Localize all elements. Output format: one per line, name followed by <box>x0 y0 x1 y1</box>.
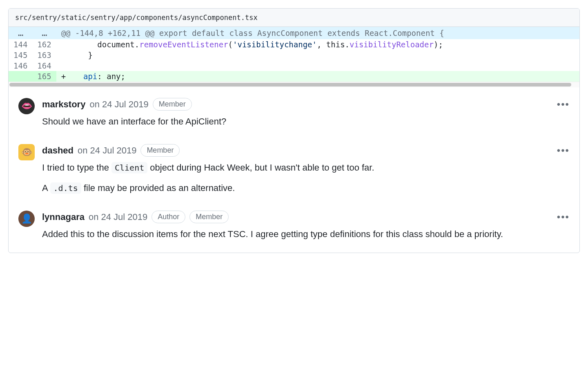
new-line-number[interactable]: 164 <box>32 60 56 71</box>
scrollbar-thumb[interactable] <box>9 83 571 87</box>
old-line-number[interactable]: 146 <box>9 60 32 71</box>
avatar[interactable]: 🐵 <box>18 144 35 160</box>
new-line-number[interactable]: 165 <box>32 71 56 82</box>
horizontal-scrollbar[interactable] <box>9 82 579 87</box>
code-line[interactable]: + api: any; <box>56 71 579 82</box>
comment-date[interactable]: on 24 Jul 2019 <box>89 212 147 222</box>
comment-date[interactable]: on 24 Jul 2019 <box>78 145 136 156</box>
review-comment: 👄markstoryon 24 Jul 2019Member•••Should … <box>18 91 570 137</box>
review-comment: 👤lynnagaraon 24 Jul 2019AuthorMember•••A… <box>18 203 570 249</box>
comment-author-link[interactable]: dashed <box>42 145 74 156</box>
comment-body: I tried to type the Client object during… <box>42 161 570 195</box>
expand-hunk-button[interactable]: … <box>9 27 32 39</box>
comment-body: Added this to the discussion items for t… <box>42 227 570 241</box>
comment-body: Should we have an interface for the ApiC… <box>42 115 570 129</box>
comments-section: 👄markstoryon 24 Jul 2019Member•••Should … <box>9 87 579 253</box>
old-line-number[interactable] <box>9 71 32 82</box>
file-path[interactable]: src/sentry/static/sentry/app/components/… <box>9 9 579 27</box>
role-badge: Author <box>151 211 185 223</box>
comment-author-link[interactable]: lynnagara <box>42 212 85 222</box>
code-line[interactable]: } <box>56 50 579 60</box>
comment-author-link[interactable]: markstory <box>42 99 85 110</box>
role-badge: Member <box>153 98 192 111</box>
code-line[interactable] <box>56 60 579 71</box>
avatar[interactable]: 👤 <box>18 211 35 227</box>
diff-container: src/sentry/static/sentry/app/components/… <box>8 8 580 253</box>
hunk-header: @@ -144,8 +162,11 @@ export default clas… <box>56 27 579 39</box>
new-line-number[interactable]: 163 <box>32 50 56 60</box>
diff-table: ……@@ -144,8 +162,11 @@ export default cl… <box>9 27 579 82</box>
old-line-number[interactable]: 145 <box>9 50 32 60</box>
role-badge: Member <box>140 144 180 157</box>
new-line-number[interactable]: 162 <box>32 39 56 50</box>
review-comment: 🐵dashedon 24 Jul 2019Member•••I tried to… <box>18 137 570 203</box>
role-badge: Member <box>189 211 229 223</box>
expand-hunk-button[interactable]: … <box>32 27 56 39</box>
avatar[interactable]: 👄 <box>18 98 35 114</box>
comment-date[interactable]: on 24 Jul 2019 <box>89 99 148 110</box>
old-line-number[interactable]: 144 <box>9 39 32 50</box>
code-line[interactable]: document.removeEventListener('visibility… <box>56 39 579 50</box>
